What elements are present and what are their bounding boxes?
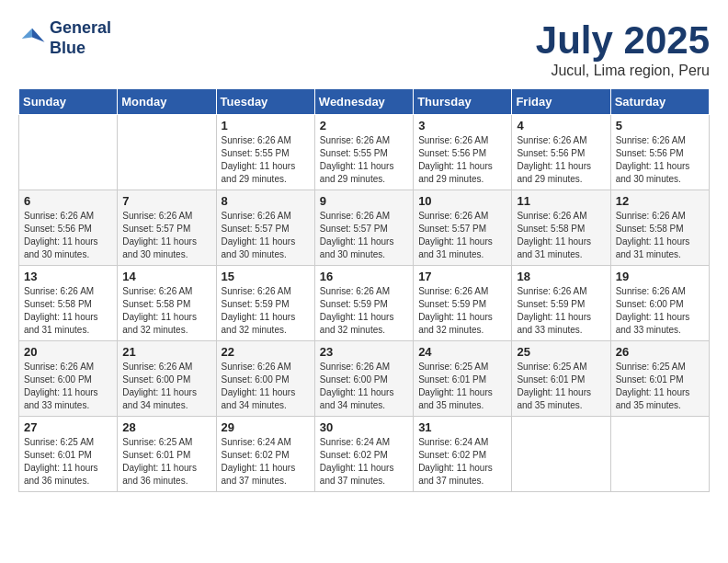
calendar-week-row: 1Sunrise: 6:26 AMSunset: 5:55 PMDaylight… — [19, 115, 710, 190]
day-number: 18 — [517, 270, 605, 283]
day-number: 5 — [616, 119, 704, 132]
day-number: 26 — [616, 345, 704, 359]
calendar-cell: 11Sunrise: 6:26 AMSunset: 5:58 PMDayligh… — [512, 190, 610, 266]
day-number: 17 — [418, 270, 506, 283]
cell-info: Sunrise: 6:24 AMSunset: 6:02 PMDaylight:… — [222, 436, 310, 488]
cell-info: Sunrise: 6:26 AMSunset: 5:55 PMDaylight:… — [222, 134, 310, 186]
calendar-cell: 28Sunrise: 6:25 AMSunset: 6:01 PMDayligh… — [118, 417, 216, 492]
calendar-cell: 27Sunrise: 6:25 AMSunset: 6:01 PMDayligh… — [19, 417, 118, 492]
location: Jucul, Lima region, Peru — [536, 63, 710, 79]
day-number: 1 — [222, 119, 310, 132]
day-number: 30 — [320, 420, 408, 434]
cell-info: Sunrise: 6:26 AMSunset: 5:58 PMDaylight:… — [24, 285, 112, 337]
day-number: 6 — [24, 194, 112, 208]
day-number: 21 — [122, 345, 210, 359]
calendar-cell: 22Sunrise: 6:26 AMSunset: 6:00 PMDayligh… — [216, 341, 314, 417]
cell-info: Sunrise: 6:26 AMSunset: 5:59 PMDaylight:… — [418, 285, 506, 337]
cell-info: Sunrise: 6:26 AMSunset: 5:57 PMDaylight:… — [122, 210, 210, 261]
cell-info: Sunrise: 6:26 AMSunset: 5:57 PMDaylight:… — [418, 210, 506, 261]
cell-info: Sunrise: 6:24 AMSunset: 6:02 PMDaylight:… — [320, 436, 408, 488]
svg-marker-0 — [32, 28, 45, 41]
calendar-cell: 9Sunrise: 6:26 AMSunset: 5:57 PMDaylight… — [314, 190, 413, 266]
weekday-header: Wednesday — [314, 89, 413, 115]
day-number: 27 — [24, 420, 112, 434]
day-number: 13 — [24, 270, 112, 283]
calendar-cell — [610, 417, 709, 492]
calendar-week-row: 13Sunrise: 6:26 AMSunset: 5:58 PMDayligh… — [19, 266, 710, 341]
calendar-cell: 4Sunrise: 6:26 AMSunset: 5:56 PMDaylight… — [512, 115, 610, 190]
cell-info: Sunrise: 6:26 AMSunset: 5:55 PMDaylight:… — [320, 134, 408, 186]
weekday-header: Thursday — [414, 89, 512, 115]
day-number: 31 — [418, 420, 506, 434]
calendar-cell: 6Sunrise: 6:26 AMSunset: 5:56 PMDaylight… — [19, 190, 118, 266]
calendar-cell: 5Sunrise: 6:26 AMSunset: 5:56 PMDaylight… — [610, 115, 709, 190]
day-number: 15 — [222, 270, 310, 283]
cell-info: Sunrise: 6:26 AMSunset: 5:58 PMDaylight:… — [616, 210, 704, 261]
day-number: 23 — [320, 345, 408, 359]
day-number: 14 — [122, 270, 210, 283]
calendar-cell: 26Sunrise: 6:25 AMSunset: 6:01 PMDayligh… — [610, 341, 709, 417]
cell-info: Sunrise: 6:26 AMSunset: 5:56 PMDaylight:… — [616, 134, 704, 186]
cell-info: Sunrise: 6:26 AMSunset: 5:57 PMDaylight:… — [320, 210, 408, 261]
cell-info: Sunrise: 6:26 AMSunset: 5:58 PMDaylight:… — [122, 285, 210, 337]
calendar-cell: 1Sunrise: 6:26 AMSunset: 5:55 PMDaylight… — [216, 115, 314, 190]
calendar-header-row: SundayMondayTuesdayWednesdayThursdayFrid… — [19, 89, 710, 115]
cell-info: Sunrise: 6:25 AMSunset: 6:01 PMDaylight:… — [616, 361, 704, 412]
calendar-cell: 2Sunrise: 6:26 AMSunset: 5:55 PMDaylight… — [314, 115, 413, 190]
calendar-week-row: 20Sunrise: 6:26 AMSunset: 6:00 PMDayligh… — [19, 341, 710, 417]
title-block: July 2025 Jucul, Lima region, Peru — [536, 18, 710, 79]
cell-info: Sunrise: 6:26 AMSunset: 6:00 PMDaylight:… — [616, 285, 704, 337]
day-number: 4 — [517, 119, 605, 132]
day-number: 2 — [320, 119, 408, 132]
calendar-cell: 23Sunrise: 6:26 AMSunset: 6:00 PMDayligh… — [314, 341, 413, 417]
day-number: 22 — [222, 345, 310, 359]
cell-info: Sunrise: 6:25 AMSunset: 6:01 PMDaylight:… — [24, 436, 112, 488]
cell-info: Sunrise: 6:26 AMSunset: 5:56 PMDaylight:… — [517, 134, 605, 186]
calendar-table: SundayMondayTuesdayWednesdayThursdayFrid… — [18, 88, 710, 492]
weekday-header: Monday — [118, 89, 216, 115]
calendar-cell: 18Sunrise: 6:26 AMSunset: 5:59 PMDayligh… — [512, 266, 610, 341]
page-header: General Blue July 2025 Jucul, Lima regio… — [18, 18, 710, 79]
calendar-cell: 24Sunrise: 6:25 AMSunset: 6:01 PMDayligh… — [414, 341, 512, 417]
day-number: 19 — [616, 270, 704, 283]
calendar-cell: 7Sunrise: 6:26 AMSunset: 5:57 PMDaylight… — [118, 190, 216, 266]
cell-info: Sunrise: 6:26 AMSunset: 6:00 PMDaylight:… — [24, 361, 112, 412]
calendar-cell: 8Sunrise: 6:26 AMSunset: 5:57 PMDaylight… — [216, 190, 314, 266]
cell-info: Sunrise: 6:25 AMSunset: 6:01 PMDaylight:… — [517, 361, 605, 412]
calendar-week-row: 6Sunrise: 6:26 AMSunset: 5:56 PMDaylight… — [19, 190, 710, 266]
day-number: 8 — [222, 194, 310, 208]
cell-info: Sunrise: 6:26 AMSunset: 5:59 PMDaylight:… — [320, 285, 408, 337]
cell-info: Sunrise: 6:26 AMSunset: 5:56 PMDaylight:… — [418, 134, 506, 186]
day-number: 11 — [517, 194, 605, 208]
logo-text: General Blue — [50, 18, 111, 58]
calendar-cell: 21Sunrise: 6:26 AMSunset: 6:00 PMDayligh… — [118, 341, 216, 417]
calendar-cell — [118, 115, 216, 190]
day-number: 9 — [320, 194, 408, 208]
calendar-cell: 31Sunrise: 6:24 AMSunset: 6:02 PMDayligh… — [414, 417, 512, 492]
calendar-cell: 20Sunrise: 6:26 AMSunset: 6:00 PMDayligh… — [19, 341, 118, 417]
calendar-cell: 30Sunrise: 6:24 AMSunset: 6:02 PMDayligh… — [314, 417, 413, 492]
calendar-cell: 17Sunrise: 6:26 AMSunset: 5:59 PMDayligh… — [414, 266, 512, 341]
calendar-cell: 29Sunrise: 6:24 AMSunset: 6:02 PMDayligh… — [216, 417, 314, 492]
calendar-cell — [512, 417, 610, 492]
calendar-cell: 3Sunrise: 6:26 AMSunset: 5:56 PMDaylight… — [414, 115, 512, 190]
weekday-header: Friday — [512, 89, 610, 115]
day-number: 29 — [222, 420, 310, 434]
weekday-header: Sunday — [19, 89, 118, 115]
cell-info: Sunrise: 6:26 AMSunset: 6:00 PMDaylight:… — [320, 361, 408, 412]
day-number: 12 — [616, 194, 704, 208]
day-number: 24 — [418, 345, 506, 359]
cell-info: Sunrise: 6:26 AMSunset: 6:00 PMDaylight:… — [122, 361, 210, 412]
calendar-cell: 16Sunrise: 6:26 AMSunset: 5:59 PMDayligh… — [314, 266, 413, 341]
calendar-cell: 25Sunrise: 6:25 AMSunset: 6:01 PMDayligh… — [512, 341, 610, 417]
day-number: 28 — [122, 420, 210, 434]
day-number: 16 — [320, 270, 408, 283]
calendar-cell: 10Sunrise: 6:26 AMSunset: 5:57 PMDayligh… — [414, 190, 512, 266]
calendar-cell: 13Sunrise: 6:26 AMSunset: 5:58 PMDayligh… — [19, 266, 118, 341]
logo-icon — [18, 25, 46, 52]
cell-info: Sunrise: 6:26 AMSunset: 5:59 PMDaylight:… — [517, 285, 605, 337]
calendar-cell: 15Sunrise: 6:26 AMSunset: 5:59 PMDayligh… — [216, 266, 314, 341]
day-number: 20 — [24, 345, 112, 359]
day-number: 10 — [418, 194, 506, 208]
calendar-cell: 19Sunrise: 6:26 AMSunset: 6:00 PMDayligh… — [610, 266, 709, 341]
